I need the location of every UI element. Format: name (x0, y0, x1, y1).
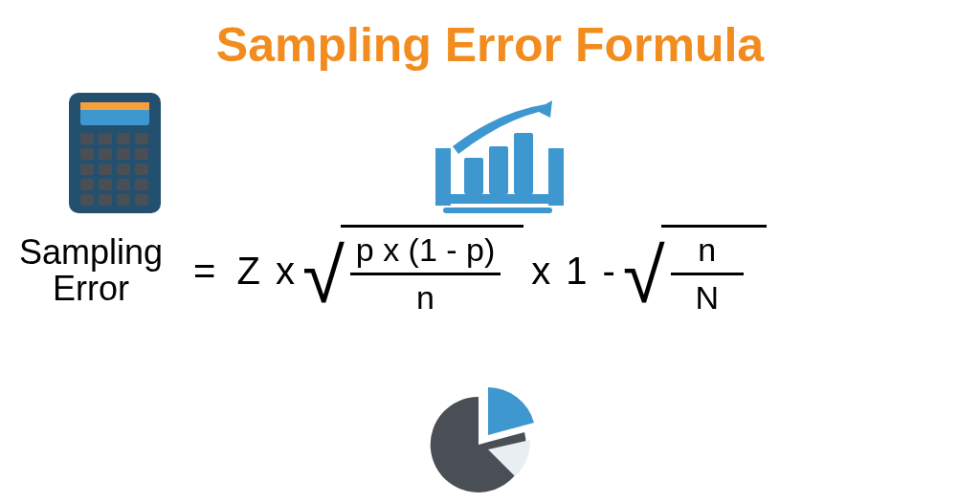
calculator-icon (67, 91, 163, 215)
svg-rect-3 (80, 133, 94, 144)
sqrt-1: √ p x (1 - p) n (302, 225, 523, 317)
frac1-denominator: n (416, 275, 434, 317)
svg-rect-5 (117, 133, 130, 144)
one-term: 1 (566, 250, 587, 293)
svg-rect-26 (548, 148, 564, 206)
svg-rect-4 (99, 133, 112, 144)
radical-icon: √ (302, 253, 345, 299)
svg-rect-24 (443, 208, 552, 213)
svg-rect-13 (117, 164, 130, 175)
times-1: x (276, 250, 295, 293)
svg-rect-14 (135, 164, 148, 175)
svg-rect-10 (135, 148, 148, 160)
svg-rect-11 (80, 164, 94, 175)
label-line2: Error (19, 271, 163, 307)
svg-rect-12 (99, 164, 112, 175)
times-2: x (531, 250, 550, 293)
svg-rect-2 (80, 102, 149, 110)
minus-sign: - (603, 250, 615, 293)
svg-rect-25 (435, 148, 451, 206)
pie-chart-icon (421, 383, 546, 497)
svg-rect-9 (117, 148, 130, 160)
radical-icon-2: √ (623, 253, 665, 299)
formula-row: Sampling Error = Z x √ p x (1 - p) n x 1… (19, 225, 767, 317)
fraction-2: n N (661, 225, 767, 317)
fraction-1: p x (1 - p) n (341, 225, 523, 317)
svg-rect-20 (99, 194, 112, 206)
svg-rect-18 (135, 179, 148, 190)
sqrt-2: √ n N (623, 225, 767, 317)
svg-rect-6 (135, 133, 148, 144)
equals-sign: = (193, 250, 215, 293)
svg-rect-28 (489, 146, 508, 194)
formula-label: Sampling Error (19, 234, 163, 307)
svg-rect-29 (514, 133, 533, 194)
svg-rect-16 (99, 179, 112, 190)
page-title: Sampling Error Formula (0, 17, 980, 73)
svg-rect-27 (464, 158, 483, 194)
svg-rect-19 (80, 194, 94, 206)
label-line1: Sampling (19, 234, 163, 271)
z-term: Z (236, 250, 259, 293)
svg-rect-17 (117, 179, 130, 190)
svg-rect-21 (117, 194, 130, 206)
svg-rect-8 (99, 148, 112, 160)
bar-growth-icon (426, 100, 569, 215)
frac1-numerator: p x (1 - p) (350, 230, 501, 275)
svg-rect-7 (80, 148, 94, 160)
frac2-denominator: N (695, 275, 719, 317)
svg-rect-22 (135, 194, 148, 206)
svg-rect-23 (443, 194, 552, 204)
svg-rect-15 (80, 179, 94, 190)
frac2-numerator: n (671, 230, 744, 275)
